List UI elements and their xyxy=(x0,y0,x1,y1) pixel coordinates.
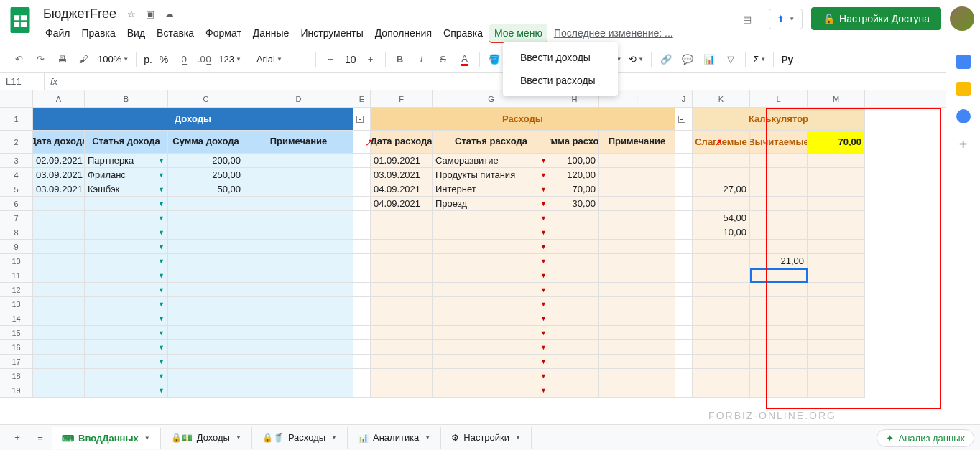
cell[interactable]: ▼ xyxy=(85,311,168,326)
cell[interactable] xyxy=(244,383,353,398)
cell[interactable]: Проезд▼ xyxy=(433,197,550,211)
cell[interactable]: Кэшбэк▼ xyxy=(85,182,168,197)
cell[interactable]: Расходы xyxy=(371,108,675,131)
cell[interactable]: ▼ xyxy=(433,254,550,268)
cell[interactable] xyxy=(599,383,675,398)
cell[interactable] xyxy=(550,369,599,383)
cell[interactable] xyxy=(33,268,85,283)
cell[interactable]: 02.09.2021 xyxy=(33,154,85,168)
cell[interactable] xyxy=(808,311,865,326)
cell[interactable] xyxy=(693,254,750,268)
cell[interactable] xyxy=(808,154,865,168)
cell[interactable]: 04.09.2021 xyxy=(371,197,433,211)
col-B[interactable]: B xyxy=(85,90,168,107)
cell[interactable]: ▼ xyxy=(85,197,168,211)
cell[interactable] xyxy=(675,340,693,355)
cell[interactable] xyxy=(808,297,865,311)
cell[interactable] xyxy=(550,355,599,369)
cell[interactable] xyxy=(599,355,675,369)
cell[interactable] xyxy=(168,326,244,340)
cell[interactable]: ▼ xyxy=(85,297,168,311)
cell[interactable] xyxy=(599,211,675,225)
cell[interactable]: ▼ xyxy=(433,355,550,369)
row-7[interactable]: 7 xyxy=(0,211,33,225)
cell[interactable] xyxy=(808,254,865,268)
cell[interactable] xyxy=(808,326,865,340)
cell[interactable] xyxy=(33,211,85,225)
row-16[interactable]: 16 xyxy=(0,340,33,355)
cell[interactable] xyxy=(599,225,675,240)
cell[interactable] xyxy=(550,283,599,297)
cell[interactable] xyxy=(371,383,433,398)
cell[interactable] xyxy=(550,297,599,311)
percent-button[interactable]: % xyxy=(157,54,171,65)
cell[interactable] xyxy=(33,383,85,398)
cell[interactable] xyxy=(808,182,865,197)
cell[interactable] xyxy=(33,355,85,369)
cell[interactable]: ▼ xyxy=(433,340,550,355)
cell[interactable] xyxy=(675,108,693,131)
cell[interactable]: Партнерка▼ xyxy=(85,154,168,168)
cell[interactable] xyxy=(371,311,433,326)
cell[interactable] xyxy=(168,197,244,211)
cell[interactable] xyxy=(599,254,675,268)
cell[interactable]: Фриланс▼ xyxy=(85,168,168,182)
more-formats[interactable]: 123▼ xyxy=(216,54,244,65)
cell[interactable] xyxy=(168,211,244,225)
cell[interactable] xyxy=(371,240,433,254)
cell[interactable] xyxy=(353,355,371,369)
currency-button[interactable]: р. xyxy=(141,54,155,65)
col-C[interactable]: C xyxy=(168,90,244,107)
cell[interactable] xyxy=(244,154,353,168)
cell[interactable]: Доходы xyxy=(33,108,353,131)
cell[interactable] xyxy=(550,311,599,326)
cell[interactable] xyxy=(371,297,433,311)
cell[interactable] xyxy=(353,168,371,182)
present-button[interactable]: ⬆▼ xyxy=(769,9,803,29)
cell[interactable] xyxy=(550,225,599,240)
cell[interactable]: ▼ xyxy=(433,383,550,398)
row-14[interactable]: 14 xyxy=(0,311,33,326)
tab-Доходы[interactable]: 🔒💵Доходы▼ xyxy=(161,427,252,449)
cell[interactable]: 120,00 xyxy=(550,168,599,182)
cell[interactable] xyxy=(675,254,693,268)
cell[interactable] xyxy=(693,168,750,182)
cell[interactable] xyxy=(244,340,353,355)
avatar[interactable] xyxy=(950,6,974,31)
cell[interactable] xyxy=(675,211,693,225)
cell[interactable] xyxy=(693,326,750,340)
cell[interactable] xyxy=(599,283,675,297)
explore-button[interactable]: ✦ Анализ данных xyxy=(877,429,974,447)
cell[interactable] xyxy=(750,197,808,211)
rotate-icon[interactable]: ⟲▼ xyxy=(626,54,647,65)
cell[interactable]: 70,00 xyxy=(808,131,865,154)
cell[interactable] xyxy=(750,225,808,240)
col-M[interactable]: M xyxy=(808,90,865,107)
cell[interactable]: Сумма расхода xyxy=(550,131,599,154)
cell[interactable] xyxy=(808,211,865,225)
cell[interactable]: ▼ xyxy=(433,369,550,383)
cell[interactable] xyxy=(371,369,433,383)
cell[interactable]: Примечание xyxy=(599,131,675,154)
cell[interactable] xyxy=(371,254,433,268)
cell[interactable] xyxy=(675,369,693,383)
add-sheet-button[interactable]: + xyxy=(6,427,29,449)
cell[interactable] xyxy=(693,268,750,283)
menu-insert[interactable]: Вставка xyxy=(152,24,199,43)
link-icon[interactable]: 🔗 xyxy=(656,50,676,70)
cell[interactable] xyxy=(168,355,244,369)
cell[interactable] xyxy=(675,154,693,168)
menu-tools[interactable]: Инструменты xyxy=(295,24,368,43)
cell[interactable]: Статья дохода xyxy=(85,131,168,154)
cell[interactable]: ▼ xyxy=(433,297,550,311)
cell[interactable] xyxy=(750,326,808,340)
cell[interactable] xyxy=(353,254,371,268)
cell[interactable] xyxy=(353,297,371,311)
cell[interactable] xyxy=(371,211,433,225)
cell[interactable] xyxy=(33,254,85,268)
cell[interactable] xyxy=(244,326,353,340)
cell[interactable] xyxy=(550,240,599,254)
cell[interactable] xyxy=(353,311,371,326)
cell[interactable]: Слагаемые xyxy=(693,131,750,154)
cell[interactable] xyxy=(244,283,353,297)
